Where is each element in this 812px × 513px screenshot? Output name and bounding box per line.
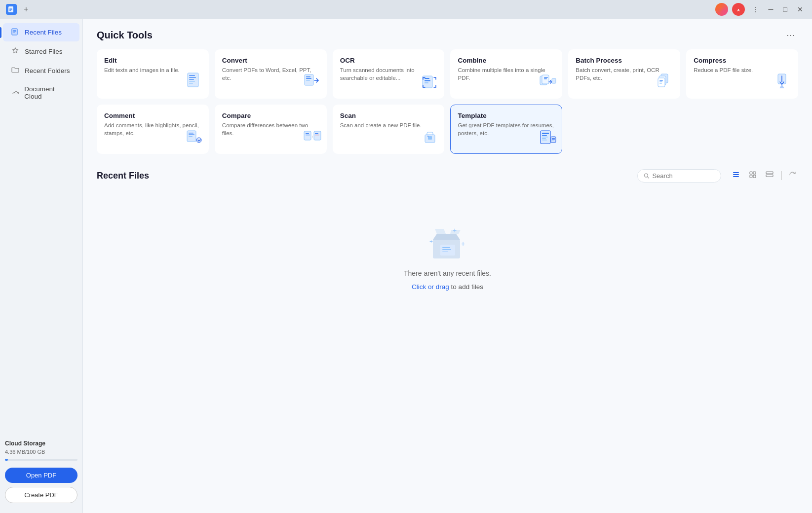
minimize-button[interactable]: ─ [766,4,776,14]
svg-rect-24 [425,82,428,83]
menu-button[interactable]: ⋮ [749,4,762,14]
tools-grid: Edit Edit texts and images in a file. Co… [97,49,798,99]
grid-view-button[interactable] [746,169,760,183]
svg-rect-45 [306,135,310,135]
sidebar-item-document-cloud[interactable]: Document Cloud [3,81,79,105]
tool-convert[interactable]: Convert Convert PDFs to Word, Excel, PPT… [215,49,327,99]
close-button[interactable]: ✕ [794,4,806,14]
content-area: Quick Tools ⋯ Edit Edit texts and images… [83,19,812,513]
tool-convert-icon [304,73,321,93]
empty-state-illustration: + + + [421,219,475,263]
recent-files-title: Recent Files [97,171,149,181]
quick-tools-more-button[interactable]: ⋯ [783,29,798,41]
cloud-storage-label: Cloud Storage [5,440,77,447]
svg-rect-32 [658,78,665,87]
tool-edit[interactable]: Edit Edit texts and images in a file. [97,49,209,99]
svg-rect-81 [442,251,448,252]
maximize-button[interactable]: □ [780,4,790,14]
recent-files-section-header: Recent Files [97,169,798,183]
to-add-files-text: to add files [449,283,483,291]
svg-rect-69 [753,172,756,174]
empty-message: There aren't any recent files. [404,269,491,277]
svg-rect-58 [542,140,547,141]
svg-rect-35 [659,83,662,84]
quick-tools-title: Quick Tools [97,30,153,41]
tool-compress-icon [775,73,793,93]
refresh-button[interactable] [787,169,798,183]
view-buttons [729,169,798,183]
detail-view-button[interactable] [763,169,776,183]
svg-rect-13 [189,77,196,78]
svg-rect-26 [542,75,549,84]
list-view-button[interactable] [729,169,743,183]
create-pdf-button[interactable]: Create PDF [5,487,77,503]
svg-rect-1 [9,8,12,8]
tool-compress[interactable]: Compress Reduce a PDF file size. [686,49,798,99]
svg-rect-9 [13,32,16,32]
svg-rect-23 [425,80,430,81]
tool-compare[interactable]: Compare Compare differences between two … [215,105,327,154]
tool-ocr-icon [421,73,439,93]
tool-template[interactable]: Template Get great PDF templates for res… [450,105,562,154]
search-icon [644,173,649,179]
tool-compare-title: Compare [222,112,319,119]
tool-batch-title: Batch Process [576,57,673,64]
tool-compress-title: Compress [694,57,791,64]
quick-tools-header: Quick Tools ⋯ [97,29,798,41]
tool-combine[interactable]: Combine Combine multiple files into a si… [450,49,562,99]
svg-rect-66 [733,174,739,175]
svg-rect-12 [189,75,195,76]
svg-text:+: + [453,226,457,234]
sidebar-item-starred-files[interactable]: Starred Files [3,42,79,61]
svg-rect-18 [306,76,310,77]
title-bar-right: A ⋮ ─ □ ✕ [715,3,806,16]
svg-line-64 [647,177,649,178]
svg-rect-70 [750,175,752,178]
tool-comment-title: Comment [104,112,201,119]
sidebar-item-recent-folders[interactable]: Recent Folders [3,62,79,80]
recent-files-controls [637,169,798,183]
click-or-drag-link[interactable]: Click or drag [412,283,449,291]
svg-rect-54 [542,133,549,134]
svg-rect-55 [542,135,547,136]
title-bar: + A ⋮ ─ □ ✕ [0,0,812,19]
title-bar-left: + [6,4,32,15]
tool-ocr[interactable]: OCR Turn scanned documents into searchab… [333,49,445,99]
tool-batch-icon [657,73,675,93]
tool-edit-icon [187,73,203,93]
tool-combine-icon [539,73,557,93]
svg-rect-19 [306,78,311,79]
tool-convert-title: Convert [222,57,319,64]
search-input[interactable] [652,172,715,180]
svg-rect-57 [542,138,546,139]
svg-rect-48 [315,135,319,135]
svg-rect-15 [189,81,195,82]
svg-rect-51 [428,136,432,140]
tool-batch-process[interactable]: Batch Process Batch convert, create, pri… [568,49,680,99]
svg-rect-33 [659,80,663,81]
tool-scan-icon [421,129,439,148]
sidebar: Recent Files Starred Files Recent Folder… [0,19,83,513]
new-tab-button[interactable]: + [21,4,32,15]
svg-rect-71 [753,175,756,178]
svg-rect-80 [442,249,451,250]
svg-rect-14 [189,79,194,80]
svg-rect-73 [766,175,773,177]
avatar-secondary: A [732,3,745,16]
svg-rect-67 [733,176,739,177]
tool-scan[interactable]: Scan Scan and create a new PDF file. [333,105,445,154]
svg-rect-10 [13,33,15,33]
svg-point-4 [718,6,725,13]
sidebar-item-recent-files[interactable]: Recent Files [3,23,79,41]
tool-template-title: Template [458,112,555,119]
empty-state: + + + There aren't any recent files. Cli… [97,189,798,310]
tool-compare-icon [304,129,321,148]
tool-combine-title: Combine [458,57,555,64]
open-pdf-button[interactable]: Open PDF [5,468,77,483]
svg-rect-47 [315,133,318,134]
search-bar [637,169,721,183]
svg-rect-2 [9,9,12,10]
tool-comment[interactable]: Comment Add comments, like highlights, p… [97,105,209,154]
sidebar-label-recent-folders: Recent Folders [25,67,70,74]
svg-rect-44 [306,133,309,134]
